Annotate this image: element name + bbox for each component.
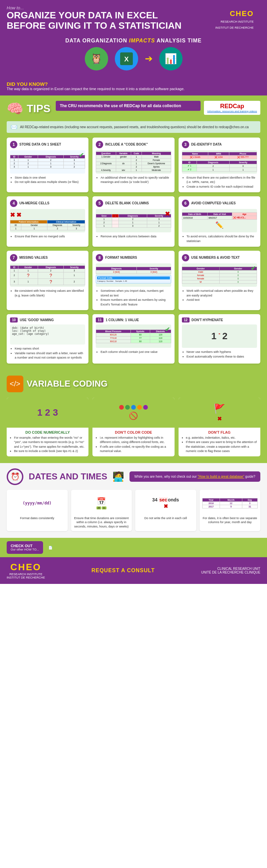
tip-bullets-3: Ensure that there are no patient identif…: [182, 176, 257, 189]
vc-img-dont-color: 🚫: [93, 398, 174, 428]
vc-img-dont-flag: 🚩 ✖: [178, 398, 260, 428]
request-consult-title: REQUEST A CONSULT: [92, 567, 155, 574]
tips-section: 🧠 TIPS The CRU recommends the use of RED…: [0, 95, 267, 370]
tip-number-9: 9: [182, 254, 189, 261]
vc-img-do-code: 1 2 3: [7, 398, 89, 428]
tip-number-5: 5: [96, 199, 103, 207]
tip-title-4: UN-MERGE CELLS: [19, 201, 49, 205]
tip-card-2: 2 INCLUDE A "CODE BOOK" QuestionVariable…: [93, 137, 174, 193]
vc-card-do-code: 1 2 3 DO CODE NUMERICALLY For example, r…: [7, 398, 89, 456]
tip-title-5: DELETE BLANK COLUMNS: [105, 201, 149, 205]
database-guide-link[interactable]: "How to build a great database": [198, 475, 244, 478]
cheo-sub1: RESEARCH INSTITUTE: [221, 20, 254, 23]
tip-card-12: 12 DON'T HYPHENATE 1 - 2 Never use numbe…: [178, 314, 260, 364]
redcap-recommendation-box: The CRU recommends the use of REDCap for…: [56, 101, 201, 111]
date-label-no-unit: Do not write the unit in each cell: [138, 516, 194, 521]
banner-title: DATA ORGANIZATION IMPACTS ANALYSIS TIME: [7, 38, 260, 44]
cross-icon-4a: ✖: [10, 211, 15, 219]
var-coding-header: </> VARIABLE CODING: [7, 376, 260, 392]
dyk-text: The way data is organized in Excel can i…: [7, 87, 260, 91]
tip-card-10: 10 USE 'GOOD' NAMING dob: (date of birth…: [7, 314, 89, 364]
vc-title-dont-color: DON'T COLOR CODE: [95, 430, 172, 434]
checkout-title: CHECK OUT: [11, 544, 39, 548]
tip-card-4: 4 UN-MERGE CELLS ✖ ✖ Patient Information…: [7, 196, 89, 247]
vc-bullets-do-code: For example, rather than entering the wo…: [9, 436, 86, 454]
tip-number-1: 1: [10, 141, 18, 148]
cross-icon-5: ✖: [165, 210, 170, 218]
footer-cheo-text: CHEO: [7, 562, 45, 572]
tip-title-11: 1 COLUMN: 1 VALUE: [105, 318, 139, 322]
dates-section: ⏰ DATES AND TIMES 🧑‍💻 While you are here…: [0, 463, 267, 538]
check-icon-9: ✔: [251, 265, 256, 272]
chart-icon: 📊: [159, 47, 182, 70]
checkout-box: CHECK OUT Our other HOW TO...: [7, 541, 43, 554]
cross-icon-4b: ✖: [16, 211, 21, 219]
tip-image-6: Date of BirthDate of VisitAge 10/3/20168…: [182, 209, 257, 232]
hyphen-example-1: 1: [211, 331, 216, 342]
redcap-recommend-text: The CRU recommends the use of REDCap for…: [60, 103, 197, 108]
tip-title-1: STORE DATA ON 1 SHEET: [19, 143, 61, 147]
tip-bullets-11: Each column should contain just one valu…: [96, 350, 171, 354]
tip-card-9: 9 USE NUMBERS & AVOID TEXT GenderGender …: [178, 251, 260, 310]
tip-card-3: 3 DE-IDENTIFY DATA NameMRNPhone ❌ J.Smit…: [178, 137, 260, 193]
tip-image-2: QuestionVariableCodeMeaning 1.Gendergend…: [96, 150, 171, 174]
tip-bullets-1: Store data in one sheet Do not split dat…: [10, 176, 85, 185]
tip-bullets-6: To avoid errors, calculations should be …: [182, 235, 257, 243]
tip-card-6: 6 AVOID COMPUTED VALUES Date of BirthDat…: [178, 196, 260, 247]
tip-card-11: 11 1 COLUMN: 1 VALUE Blood PressureSysto…: [93, 314, 174, 364]
data-org-banner: DATA ORGANIZATION IMPACTS ANALYSIS TIME …: [0, 34, 267, 79]
no-color-icon: 🚫: [129, 412, 138, 420]
checkout-label: Our other HOW TO...: [11, 548, 39, 551]
tip-image-7: IDGenderDiagnosisSeverity 1123 2??1 31?2: [10, 264, 85, 287]
tip-image-5: Sexe↓DiagnosisSeverity 123 211 132 ✖: [96, 209, 171, 232]
tip-title-12: DON'T HYPHENATE: [192, 318, 223, 322]
redcap-logo-sub[interactable]: Information, resources and training vide…: [207, 110, 257, 113]
tip-image-12: 1 - 2: [182, 324, 257, 348]
tip-number-3: 3: [182, 141, 189, 148]
tip-title-8: FORMAT NUMBERS: [105, 256, 137, 260]
tip-bullets-10: Keep names short Variable names should s…: [10, 346, 85, 360]
check-icon-1: ✔: [79, 152, 84, 159]
date-label-format: Format dates consistently: [9, 516, 65, 521]
calendar-icon: 📅: [97, 497, 106, 506]
footer-logos: CHEO RESEARCH INSTITUTE INSTITUT DE RECH…: [7, 562, 260, 579]
date-img-durations: 📅 25 31: [74, 492, 130, 514]
date-img-separate: Year Month Day 2018 12 3 2017 5 31: [202, 492, 258, 514]
tip-bullets-7: Be consistent with how missing values ar…: [10, 289, 85, 298]
date-label-durations: Ensure that time durations are consisten…: [74, 516, 130, 529]
vc-title-dont-flag: DON'T FLAG: [181, 430, 258, 434]
tip-title-10: USE 'GOOD' NAMING: [20, 318, 54, 322]
tip-title-9: USE NUMBERS & AVOID TEXT: [191, 256, 240, 260]
tip-number-8: 8: [96, 254, 103, 261]
dates-tip-box: While you are here, why not check out ou…: [130, 471, 260, 482]
tip-title-2: INCLUDE A "CODE BOOK": [105, 143, 148, 147]
tip-card-8: 8 FORMAT NUMBERS DiagnosisSeverity 2 (te…: [93, 251, 174, 310]
hyphen-example-2: 2: [222, 331, 228, 342]
tip-bullets-8: Sometimes when you import data, numbers …: [96, 289, 171, 307]
tip-number-12: 12: [182, 317, 190, 322]
tip-title-7: MISSING VALUES: [19, 256, 48, 260]
footer-cru: CLINICAL RESEARCH UNIT UNITÉ DE LA RECHE…: [201, 567, 260, 574]
tips-header: 🧠 TIPS The CRU recommends the use of RED…: [7, 101, 260, 117]
did-you-know-section: DID YOU KNOW? The way data is organized …: [0, 79, 267, 95]
redcap-logo-text: REDCap: [207, 103, 257, 110]
dates-header: ⏰ DATES AND TIMES 🧑‍💻 While you are here…: [7, 468, 260, 485]
vc-card-dont-color: 🚫 DON'T COLOR CODE i.e. represent inform…: [93, 398, 174, 456]
page-header: CHEO RESEARCH INSTITUTE INSTITUT DE RECH…: [0, 0, 267, 34]
cheo-logo: CHEO RESEARCH INSTITUTE INSTITUT DE RECH…: [215, 9, 254, 30]
date-card-separate: Year Month Day 2018 12 3 2017 5 31: [200, 490, 261, 531]
footer-sub2: INSTITUT DE RECHERCHE: [7, 576, 45, 579]
footer-checkout-text: 📄: [48, 546, 53, 550]
owl-icon: 🦉: [85, 47, 108, 70]
tip-card-5: 5 DELETE BLANK COLUMNS Sexe↓DiagnosisSev…: [93, 196, 174, 247]
tip-image-1: IDGenderDiagnosisSeverity 1123 2211 3132…: [10, 150, 85, 174]
color-dots: [119, 405, 148, 410]
tip-bullets-4: Ensure that there are no merged cells: [10, 235, 85, 239]
numbers-icon: 1 2 3: [37, 407, 58, 418]
tip-image-3: NameMRNPhone ❌ J.Smith❌ 1234❌ 555-??? ID…: [182, 150, 257, 174]
tip-number-2: 2: [96, 141, 103, 148]
tip-image-8: DiagnosisSeverity 2 (text)3 (text) Forma…: [96, 264, 171, 287]
clock-icon: ⏰: [7, 468, 23, 485]
excel-icon: X: [115, 47, 138, 70]
redcap-logo-box: REDCap Information, resources and traini…: [204, 101, 260, 115]
